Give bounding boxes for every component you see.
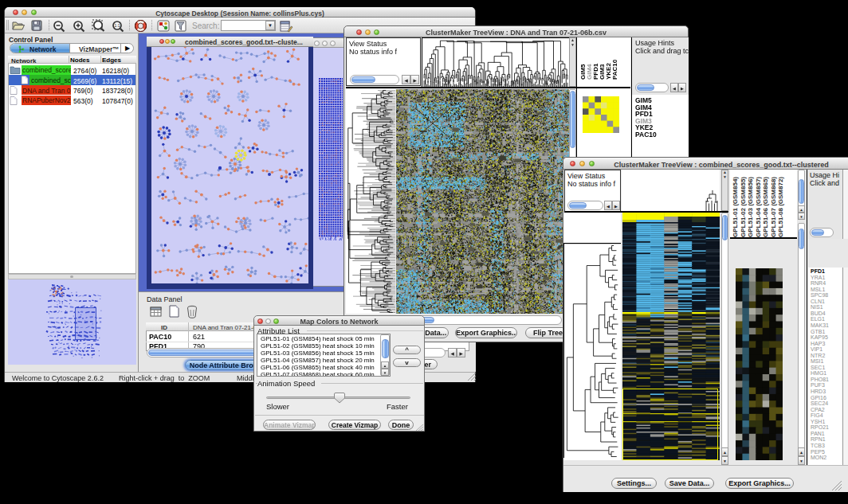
svg-text:1:1: 1:1 <box>114 23 120 28</box>
